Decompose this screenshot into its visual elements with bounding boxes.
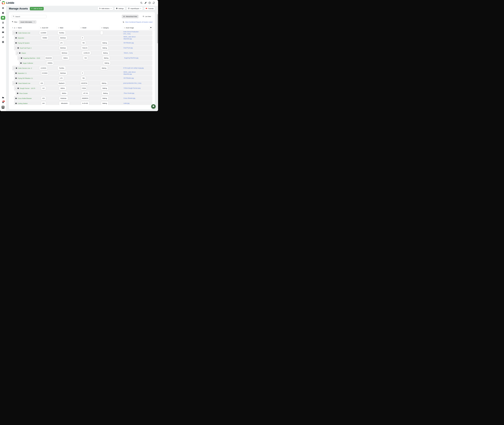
sort-icon[interactable] (40, 27, 41, 28)
search-input[interactable] (15, 16, 45, 18)
collapse-chevron-icon[interactable] (13, 67, 15, 69)
asset-name-link[interactable]: Cake Donuts Line (18, 32, 30, 34)
column-header-asset-image[interactable]: Asset Image (124, 26, 134, 30)
asset-image-link[interactable]: Cake-Donut-Production-Line_2.png (123, 31, 144, 35)
sidebar-item-home-active[interactable] (1, 16, 5, 20)
make-input[interactable]: Belshaw (59, 46, 67, 50)
asset-id-input[interactable]: X8000s (46, 61, 54, 65)
make-input[interactable]: Maybach (57, 81, 66, 85)
sort-order-icon[interactable]: 12 (14, 27, 15, 29)
asset-name-link[interactable]: Dual Fuel Fryer 2 (20, 47, 32, 49)
category-input[interactable]: Baking (100, 81, 108, 85)
column-header-name[interactable]: 12 Name (12, 26, 22, 30)
asset-image-link[interactable]: Flour-Duster.jpg (124, 92, 134, 94)
make-input[interactable]: Belshaw (60, 51, 69, 55)
collapse-chevron-icon[interactable] (17, 52, 18, 54)
asset-id-input[interactable]: 112 (41, 86, 46, 90)
category-input[interactable]: Baking (101, 41, 108, 45)
asset-name-link[interactable]: Dough Former - 10175 (20, 87, 35, 89)
asset-image-link[interactable]: Cross-Sheeter.jpg (123, 97, 135, 99)
tutorials-button[interactable]: Tutorials (144, 7, 155, 10)
asset-name-link[interactable]: Yeast Raised Line (18, 82, 30, 84)
column-header-make[interactable]: Make (58, 26, 63, 30)
asset-name-link[interactable]: Cutting Station (18, 103, 28, 104)
asset-id-input[interactable]: DGx0103 (45, 56, 53, 60)
asset-image-link[interactable]: YOGA-Dough-Former.png (123, 87, 141, 89)
column-header-model[interactable]: Model (81, 26, 86, 30)
hierarchical-view-toggle[interactable]: Hierarchical View (122, 15, 139, 18)
model-input[interactable]: 795 (81, 76, 86, 80)
asset-name-link[interactable]: Cake Donuts Line -2 (18, 67, 32, 69)
asset-id-input[interactable]: CCD002 (41, 71, 48, 75)
asset-image-link[interactable]: yeast-production-line_2.png (123, 82, 141, 84)
megaphone-icon[interactable] (2, 96, 4, 99)
asset-id-input[interactable]: 700982 (41, 36, 48, 40)
sidebar-item-gauge[interactable] (2, 12, 4, 14)
asset-image-link[interactable]: cutter.jpg (123, 102, 129, 104)
make-input[interactable]: Belshaw (59, 36, 67, 40)
asset-name-link[interactable]: Depositor 2.1 (18, 72, 27, 74)
model-input[interactable]: F (81, 71, 84, 75)
asset-name-link[interactable]: Glazer (21, 52, 26, 54)
collapse-chevron-icon[interactable] (13, 32, 15, 33)
rocket-icon[interactable] (144, 2, 147, 4)
category-input[interactable]: Baking (102, 91, 109, 95)
category-input[interactable]: Baking (101, 86, 108, 90)
asset-id-input[interactable]: 1224565 (39, 31, 47, 35)
model-input[interactable]: 795 (81, 41, 86, 45)
column-header-asset-id[interactable]: Asset ID# (40, 26, 48, 30)
asset-image-link[interactable]: Oil-Filtration.jpg (123, 42, 134, 44)
model-input[interactable]: XJKOF34 (80, 81, 88, 85)
make-input[interactable]: Moline (62, 56, 69, 60)
collapse-chevron-icon[interactable] (19, 57, 20, 59)
make-input[interactable]: Moline (60, 91, 68, 95)
asset-id-input[interactable]: 242 (41, 101, 46, 105)
category-input[interactable]: Baking (103, 61, 111, 65)
bulk-actions-button[interactable]: Bulk Actions (98, 7, 113, 10)
category-input[interactable]: Baking (102, 51, 109, 55)
sidebar-item-warning-triangle[interactable] (2, 26, 4, 29)
limble-logo[interactable]: Limble (1, 1, 14, 5)
collapse-chevron-icon[interactable] (15, 88, 16, 89)
filter-dropdown[interactable]: Asset Information (19, 20, 36, 24)
model-input[interactable]: 728 (83, 56, 88, 60)
sidebar-item-gear[interactable] (2, 41, 4, 43)
search-icon[interactable] (140, 2, 143, 4)
sync-icon[interactable] (153, 2, 155, 4)
asset-image-link[interactable]: Sugaring-Machine.jpg (124, 57, 138, 59)
asset-name-link[interactable]: Frying Oil Filtration 2.1 (18, 77, 33, 79)
model-input[interactable]: AT-741 (82, 91, 89, 95)
asset-name-link[interactable]: Cross Roller/Sheeter (18, 98, 32, 99)
make-input[interactable]: Belshaw (59, 71, 67, 75)
asset-id-input[interactable]: 233 (39, 81, 44, 85)
category-input[interactable]: Baking (101, 46, 108, 50)
column-header-category[interactable]: Category (101, 26, 109, 30)
sort-icon[interactable] (81, 27, 82, 28)
model-input[interactable]: 718LCG (81, 46, 88, 50)
sort-icon[interactable] (16, 27, 17, 28)
make-input[interactable]: Mitsubishi (59, 101, 70, 105)
make-input[interactable]: Rodestar (59, 96, 68, 100)
collapse-chevron-icon[interactable] (13, 83, 15, 84)
combined-reports-link[interactable]: View Combined Reports of Assets Listed (123, 21, 152, 23)
asset-name-link[interactable]: Sugar Collector (23, 62, 33, 64)
sort-icon[interactable] (58, 27, 59, 28)
asset-name-link[interactable]: Frying Oil System (18, 42, 30, 44)
sort-ascending-icon[interactable] (12, 27, 13, 28)
sort-icon[interactable] (124, 27, 125, 28)
asset-image-link[interactable]: Glazer_2.png (124, 52, 133, 54)
category-input[interactable]: Baking (101, 101, 108, 105)
make-input[interactable]: Toshiba (57, 66, 66, 70)
sidebar-item-user[interactable] (2, 21, 4, 24)
import-export-button[interactable]: Import/Export (127, 7, 143, 10)
make-input[interactable]: Toshiba (57, 31, 66, 35)
model-input[interactable]: 3000RDS (81, 96, 89, 100)
model-input[interactable]: N-25-DE (81, 101, 89, 105)
add-asset-button[interactable]: Add an Asset (30, 7, 44, 10)
chat-launcher-button[interactable] (151, 104, 156, 109)
asset-name-link[interactable]: Depositor (18, 37, 24, 39)
model-input[interactable]: F (81, 36, 84, 40)
asset-image-link[interactable]: 0729-ezgif.com-webp-to-jpg.jpg (123, 67, 144, 69)
make-input[interactable]: LTC (59, 76, 64, 80)
category-input[interactable]: Baking (100, 66, 108, 70)
